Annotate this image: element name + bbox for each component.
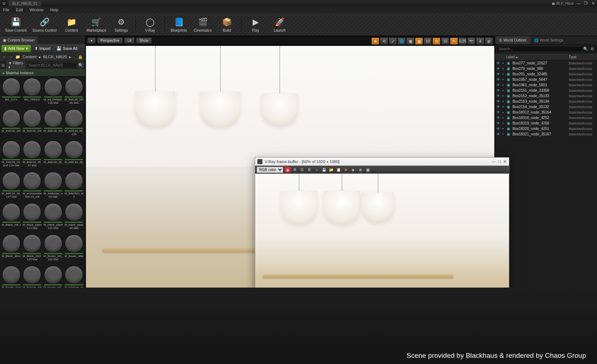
maximize-button[interactable]: ❐ <box>583 1 588 6</box>
asset-thumbnail[interactable]: M_ArtBooks_mtl_mtl_brdf 64 Mat <box>43 172 63 202</box>
visibility-icon[interactable]: 👁 <box>497 105 501 109</box>
breadcrumb-content[interactable]: Content <box>23 55 37 59</box>
outliner-row[interactable]: 👁•▣Box18321_node_35167StaticMeshActor <box>495 131 597 137</box>
asset-thumbnail[interactable]: M_Books_Main_Shelf_Test_mtl_brdf <box>64 234 84 264</box>
outliner-row[interactable]: 👁•▣Box279_node_996StaticMeshActor <box>495 66 597 71</box>
folder-icon[interactable]: 📁 <box>15 55 20 59</box>
vfb-channel-select[interactable]: RGB color <box>257 167 283 173</box>
asset-thumbnail[interactable]: M_Black_Wood_mtl_brdf_14_Mat <box>1 234 21 264</box>
toolbar-blueprints[interactable]: 📘Blueprints <box>167 16 190 33</box>
tab-world-outliner[interactable]: ☰ World Outliner <box>495 36 530 44</box>
column-type[interactable]: Type <box>569 55 597 59</box>
toolbar-v-ray[interactable]: ◯V-Ray <box>139 16 161 33</box>
vfb-channel-r[interactable]: R <box>292 167 298 173</box>
toolbar-cinematics[interactable]: 🎬Cinematics <box>191 16 214 33</box>
show-button[interactable]: Show <box>136 37 152 44</box>
asset-thumbnail[interactable]: M_Black_Kitchen_mtl_brdf 129 Mat <box>23 234 42 264</box>
tab-world-settings[interactable]: 🌐 World Settings <box>530 36 567 44</box>
asset-thumbnail[interactable]: M_AM134_24_shoe_01_mtl brdf 124 Mat <box>1 141 21 170</box>
grid-snap-value[interactable]: 10 <box>424 37 432 45</box>
asset-thumbnail[interactable]: M_Books_mtl_brdf 102 Mat <box>43 234 63 264</box>
content-browser-tab[interactable]: ▣ Content Browser <box>0 36 37 44</box>
search-icon[interactable]: 🔍 <box>78 62 84 68</box>
asset-thumbnail[interactable]: M_AM134_38_bottle_glass_white_mtl <box>64 141 84 170</box>
camera-speed-icon[interactable]: 📷 <box>467 37 475 45</box>
grid-snap-icon[interactable]: ▦ <box>415 37 423 45</box>
asset-thumbnail[interactable]: M_AM134_38_20_Defaultfps <box>43 141 63 170</box>
menu-file[interactable]: File <box>3 8 9 12</box>
outliner-row[interactable]: 👁•▣Box291_node_32485StaticMeshActor <box>495 71 597 77</box>
outliner-row[interactable]: 👁•▣Box18318_node_4252StaticMeshActor <box>495 115 597 120</box>
asset-thumbnail[interactable]: M_AM134_06_paper_bag_mtl_brdf 125 <box>64 109 84 139</box>
toolbar-content[interactable]: 📁Content <box>60 16 83 33</box>
lit-button[interactable]: Lit <box>124 37 135 44</box>
perspective-button[interactable]: Perspective <box>97 37 123 44</box>
transform-scale-icon[interactable]: ⤢ <box>389 37 397 45</box>
menu-edit[interactable]: Edit <box>16 8 23 12</box>
visibility-icon[interactable]: 👁 <box>497 110 501 114</box>
camera-speed-value[interactable]: 4 <box>476 37 484 45</box>
outliner-row[interactable]: 👁•▣Box1957_node_5647StaticMeshActor <box>495 77 597 82</box>
asset-thumbnail[interactable]: M_AM130_035_005_mtl <box>23 109 42 139</box>
close-button[interactable]: ✕ <box>590 1 596 6</box>
asset-thumbnail[interactable]: M_AM134_38_sticker_mtl_brdf 147 Mat <box>1 172 21 202</box>
outliner-row[interactable]: 👁•▣Box2151_node_33358StaticMeshActor <box>495 88 597 93</box>
coord-space-icon[interactable]: 🌐 <box>398 37 406 45</box>
toolbar-save-current[interactable]: 💾Save Current <box>3 16 29 33</box>
visibility-icon[interactable]: 👁 <box>497 67 501 71</box>
asset-thumbnail[interactable]: M_Black_mtl_brdf_45_Mat <box>1 203 21 233</box>
toolbar-play[interactable]: ▶Play <box>244 16 267 33</box>
toolbar-launch[interactable]: 🚀Launch <box>268 16 291 33</box>
vfb-track-icon[interactable]: ⊕ <box>357 167 363 173</box>
asset-group-header[interactable]: ● Material Instance <box>0 70 85 76</box>
visibility-icon[interactable]: 👁 <box>497 72 501 76</box>
vfb-channel-b[interactable]: B <box>307 167 312 173</box>
visibility-icon[interactable]: 👁 <box>497 121 501 125</box>
asset-thumbnail[interactable]: M_black_plastic_mtl_brdf 113 Mat <box>23 203 42 233</box>
angle-snap-value[interactable]: 10 <box>441 37 449 45</box>
asset-thumbnail[interactable]: M_BAKING_Normals_mtl_brdf 6 <box>64 172 84 202</box>
toolbar-build[interactable]: 📦Build <box>216 16 238 33</box>
outliner-row[interactable]: 👁•▣Box2154_node_35132StaticMeshActor <box>495 104 597 110</box>
vfb-region-icon[interactable]: ◈ <box>350 167 356 173</box>
visibility-icon[interactable]: 👁 <box>497 83 501 87</box>
vfb-mono-icon[interactable]: ○ <box>314 167 320 173</box>
asset-thumbnail[interactable]: M_brown_mtl_brdf_76_Mat <box>43 266 63 290</box>
asset-thumbnail[interactable]: M_Books_Small_Shelf_mtl_brdf 63 <box>1 266 21 290</box>
save-all-button[interactable]: 💾 Save All <box>54 45 80 52</box>
scale-snap-value[interactable]: 0,25 <box>459 37 467 45</box>
surface-snap-icon[interactable]: ▦ <box>406 37 414 45</box>
visibility-icon[interactable]: 👁 <box>497 78 501 82</box>
asset-thumbnail[interactable]: M_black_plastic_mtl_brdf 102 Mat <box>43 203 63 233</box>
asset-thumbnail[interactable]: M_AM134_35_water_mtl_brdf 57 Mat <box>23 141 42 170</box>
vfb-link-icon[interactable]: ▦ <box>365 167 371 173</box>
add-new-button[interactable]: ▮ Add New ▾ <box>1 45 31 52</box>
transform-rotate-icon[interactable]: ⟲ <box>380 37 388 45</box>
vfb-titlebar[interactable]: V-Ray frame buffer - [50% of 1920 x 1080… <box>255 158 509 166</box>
outliner-row[interactable]: 👁•▣Box2152_node_35133StaticMeshActor <box>495 93 597 99</box>
asset-thumbnail[interactable]: M_AM130_035_003_mtl <box>1 109 21 139</box>
viewport-menu-icon[interactable]: ▾ <box>87 37 96 44</box>
vfb-copy-icon[interactable]: 📋 <box>336 167 341 173</box>
menu-help[interactable]: Help <box>50 8 59 12</box>
vfb-save-icon[interactable]: 💾 <box>321 167 327 173</box>
visibility-icon[interactable]: 👁 <box>497 88 501 92</box>
settings-icon[interactable]: ⚙ <box>589 46 596 52</box>
visibility-icon[interactable]: 👁 <box>497 61 501 65</box>
angle-snap-icon[interactable]: ◔ <box>432 37 440 45</box>
toolbar-settings[interactable]: ⚙Settings <box>110 16 133 33</box>
search-input[interactable] <box>27 62 77 68</box>
import-button[interactable]: ⬆ Import <box>32 45 53 52</box>
asset-thumbnail[interactable]: BG_CITY <box>1 78 21 108</box>
scale-snap-icon[interactable]: ✎ <box>450 37 458 45</box>
vfb-load-icon[interactable]: 📂 <box>328 167 334 173</box>
vfb-swatch-icon[interactable]: ◉ <box>285 167 290 173</box>
vfb-channel-g[interactable]: G <box>299 167 305 173</box>
asset-thumbnail[interactable]: BG_TREES <box>23 78 42 108</box>
asset-thumbnail[interactable]: M_AM130_035_001_mtl_brdf 66 Mat <box>64 78 84 108</box>
asset-thumbnail[interactable]: M_a3_Default_mtl_brdf 138 Mat <box>43 78 63 108</box>
sources-toggle-icon[interactable]: ⊞ <box>1 63 5 68</box>
level-tab[interactable]: BLK_HAUS_01 <box>9 1 41 6</box>
vfb-close-button[interactable]: ✕ <box>503 159 507 164</box>
transform-move-icon[interactable]: ✥ <box>371 37 379 45</box>
